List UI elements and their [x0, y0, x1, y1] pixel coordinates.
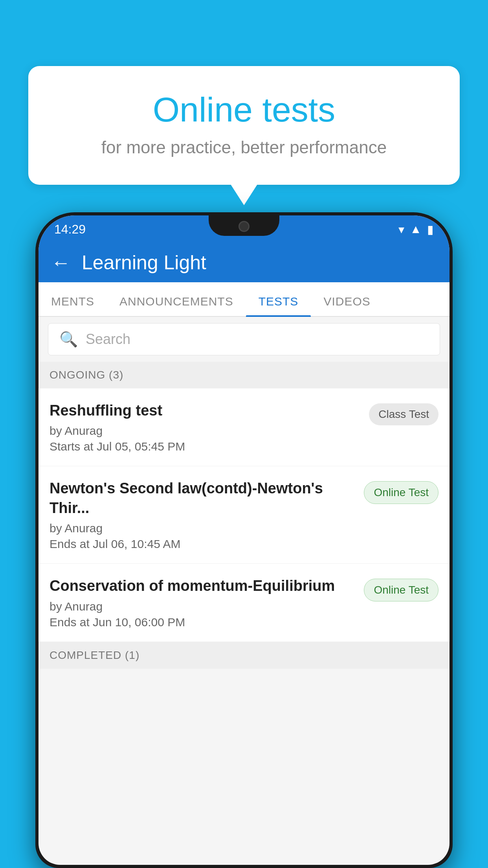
back-button[interactable]: ← — [51, 251, 71, 274]
test-item[interactable]: Conservation of momentum-Equilibrium by … — [39, 564, 449, 642]
signal-icon: ▲ — [410, 223, 422, 236]
test-by: by Anurag — [50, 424, 363, 438]
wifi-icon: ▾ — [398, 223, 404, 236]
ongoing-section-header: ONGOING (3) — [39, 362, 449, 388]
search-container: 🔍 Search — [39, 317, 449, 362]
battery-icon: ▮ — [427, 223, 434, 236]
camera-icon — [238, 221, 250, 232]
completed-section-header: COMPLETED (1) — [39, 642, 449, 669]
test-date: Ends at Jul 06, 10:45 AM — [50, 537, 358, 551]
test-info: Newton's Second law(contd)-Newton's Thir… — [50, 479, 358, 551]
bubble-title: Online tests — [60, 90, 428, 130]
notch — [209, 215, 279, 236]
phone-frame: 14:29 ▾ ▲ ▮ ← Learning Light MENTS ANNOU… — [35, 212, 453, 868]
test-info: Reshuffling test by Anurag Starts at Jul… — [50, 401, 363, 453]
test-info: Conservation of momentum-Equilibrium by … — [50, 576, 358, 629]
status-time: 14:29 — [54, 222, 86, 237]
bubble-subtitle: for more practice, better performance — [60, 138, 428, 157]
speech-bubble: Online tests for more practice, better p… — [28, 66, 460, 185]
test-date: Ends at Jun 10, 06:00 PM — [50, 616, 358, 629]
tab-videos[interactable]: VIDEOS — [311, 295, 383, 316]
app-bar: ← Learning Light — [39, 243, 449, 282]
tab-announcements[interactable]: ANNOUNCEMENTS — [107, 295, 246, 316]
test-name: Reshuffling test — [50, 401, 363, 420]
app-title: Learning Light — [82, 251, 206, 274]
test-by: by Anurag — [50, 600, 358, 613]
search-icon: 🔍 — [59, 331, 78, 348]
tab-ments[interactable]: MENTS — [39, 295, 107, 316]
test-name: Conservation of momentum-Equilibrium — [50, 576, 358, 596]
test-item[interactable]: Reshuffling test by Anurag Starts at Jul… — [39, 388, 449, 466]
tab-tests[interactable]: TESTS — [246, 295, 311, 316]
tabs-bar: MENTS ANNOUNCEMENTS TESTS VIDEOS — [39, 282, 449, 317]
online-test-badge: Online Test — [364, 481, 438, 504]
phone-inner: 14:29 ▾ ▲ ▮ ← Learning Light MENTS ANNOU… — [39, 215, 449, 865]
search-input[interactable]: Search — [86, 331, 130, 348]
test-date: Starts at Jul 05, 05:45 PM — [50, 440, 363, 453]
test-list: Reshuffling test by Anurag Starts at Jul… — [39, 388, 449, 642]
test-name: Newton's Second law(contd)-Newton's Thir… — [50, 479, 358, 518]
search-bar[interactable]: 🔍 Search — [48, 323, 440, 355]
status-icons: ▾ ▲ ▮ — [398, 223, 434, 236]
test-by: by Anurag — [50, 522, 358, 535]
online-test-badge-2: Online Test — [364, 579, 438, 601]
class-test-badge: Class Test — [369, 403, 438, 425]
test-item[interactable]: Newton's Second law(contd)-Newton's Thir… — [39, 466, 449, 564]
status-bar: 14:29 ▾ ▲ ▮ — [39, 215, 449, 243]
